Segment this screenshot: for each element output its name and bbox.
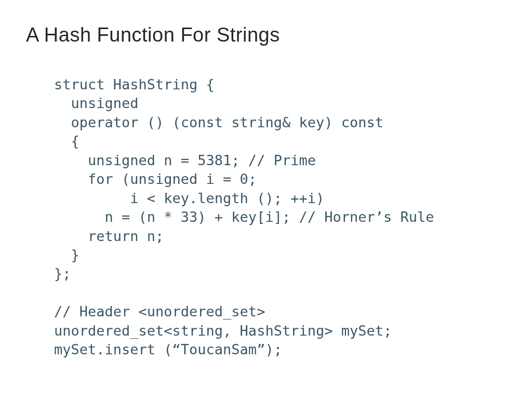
slide-title: A Hash Function For Strings [26, 24, 506, 46]
code-block: struct HashString { unsigned operator ()… [54, 75, 506, 360]
slide: A Hash Function For Strings struct HashS… [0, 0, 532, 399]
